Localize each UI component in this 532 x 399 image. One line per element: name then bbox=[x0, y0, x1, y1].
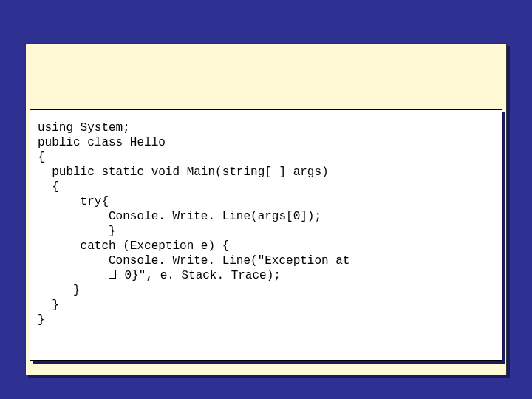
code-line: catch (Exception e) { bbox=[38, 239, 229, 253]
code-line: { bbox=[38, 180, 59, 194]
code-line: public static void Main(string[ ] args) bbox=[38, 166, 329, 179]
code-line: } bbox=[38, 313, 45, 327]
code-line: Console. Write. Line(args[0]); bbox=[38, 210, 321, 223]
code-line: { bbox=[38, 151, 45, 164]
unknown-char-icon bbox=[109, 270, 116, 279]
code-line: Console. Write. Line("Exception at bbox=[38, 254, 349, 267]
code-panel: using System; public class Hello { publi… bbox=[30, 109, 502, 361]
code-line: try{ bbox=[38, 195, 109, 208]
code-line-tail: 0}", e. Stack. Trace); bbox=[117, 269, 281, 282]
code-line-indent bbox=[38, 269, 109, 282]
code-line: } bbox=[38, 299, 59, 312]
code-line: public class Hello bbox=[38, 136, 166, 149]
code-line: } bbox=[38, 284, 81, 297]
code-line: using System; bbox=[38, 121, 130, 134]
slide-title: Exception Handling bbox=[52, 13, 217, 34]
code-line: } bbox=[38, 225, 116, 238]
code-block: using System; public class Hello { publi… bbox=[38, 120, 494, 327]
